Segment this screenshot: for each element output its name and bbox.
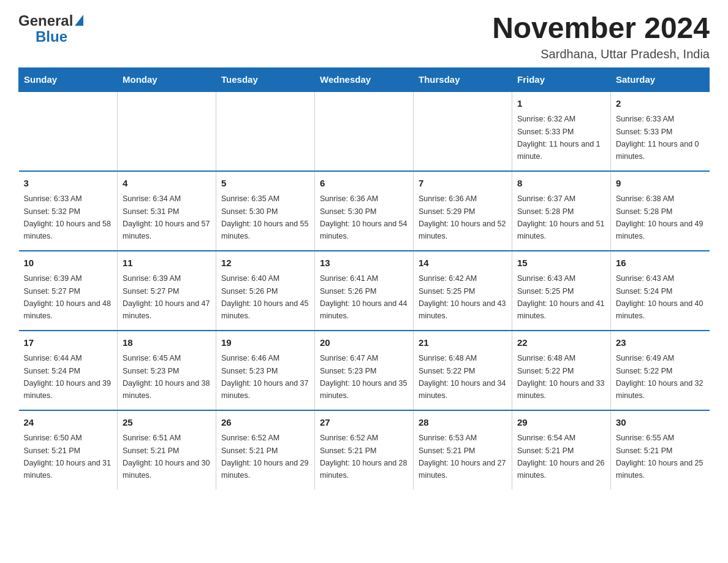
day-number: 4 bbox=[123, 177, 211, 191]
day-info: Sunrise: 6:44 AM Sunset: 5:24 PM Dayligh… bbox=[24, 354, 111, 400]
day-number: 5 bbox=[221, 177, 309, 191]
calendar-week-3: 10Sunrise: 6:39 AM Sunset: 5:27 PM Dayli… bbox=[19, 251, 710, 331]
day-info: Sunrise: 6:38 AM Sunset: 5:28 PM Dayligh… bbox=[616, 194, 703, 240]
day-info: Sunrise: 6:36 AM Sunset: 5:30 PM Dayligh… bbox=[320, 194, 407, 240]
day-number: 1 bbox=[517, 97, 605, 111]
day-info: Sunrise: 6:37 AM Sunset: 5:28 PM Dayligh… bbox=[517, 194, 604, 240]
calendar-cell bbox=[19, 91, 118, 171]
day-number: 17 bbox=[24, 336, 113, 350]
day-number: 2 bbox=[616, 97, 705, 111]
calendar-week-4: 17Sunrise: 6:44 AM Sunset: 5:24 PM Dayli… bbox=[19, 331, 710, 410]
day-number: 6 bbox=[320, 177, 408, 191]
day-number: 29 bbox=[517, 416, 605, 430]
day-info: Sunrise: 6:54 AM Sunset: 5:21 PM Dayligh… bbox=[517, 434, 604, 480]
day-info: Sunrise: 6:34 AM Sunset: 5:31 PM Dayligh… bbox=[123, 194, 210, 240]
day-info: Sunrise: 6:33 AM Sunset: 5:32 PM Dayligh… bbox=[24, 194, 111, 240]
calendar-cell: 17Sunrise: 6:44 AM Sunset: 5:24 PM Dayli… bbox=[19, 331, 118, 410]
day-info: Sunrise: 6:32 AM Sunset: 5:33 PM Dayligh… bbox=[517, 115, 601, 161]
day-info: Sunrise: 6:50 AM Sunset: 5:21 PM Dayligh… bbox=[24, 434, 111, 480]
calendar-table: SundayMondayTuesdayWednesdayThursdayFrid… bbox=[18, 67, 710, 489]
day-info: Sunrise: 6:47 AM Sunset: 5:23 PM Dayligh… bbox=[320, 354, 407, 400]
day-number: 22 bbox=[517, 336, 605, 350]
day-number: 9 bbox=[616, 177, 705, 191]
day-info: Sunrise: 6:43 AM Sunset: 5:25 PM Dayligh… bbox=[517, 274, 604, 320]
day-number: 14 bbox=[419, 256, 507, 270]
day-info: Sunrise: 6:43 AM Sunset: 5:24 PM Dayligh… bbox=[616, 274, 703, 320]
day-of-week-friday: Friday bbox=[512, 67, 611, 91]
day-info: Sunrise: 6:53 AM Sunset: 5:21 PM Dayligh… bbox=[419, 434, 506, 480]
calendar-body: 1Sunrise: 6:32 AM Sunset: 5:33 PM Daylig… bbox=[19, 91, 710, 489]
calendar-week-2: 3Sunrise: 6:33 AM Sunset: 5:32 PM Daylig… bbox=[19, 171, 710, 251]
day-info: Sunrise: 6:48 AM Sunset: 5:22 PM Dayligh… bbox=[419, 354, 506, 400]
calendar-cell: 11Sunrise: 6:39 AM Sunset: 5:27 PM Dayli… bbox=[118, 251, 216, 331]
day-number: 18 bbox=[123, 336, 211, 350]
day-number: 12 bbox=[221, 256, 309, 270]
calendar-cell: 2Sunrise: 6:33 AM Sunset: 5:33 PM Daylig… bbox=[611, 91, 710, 171]
calendar-cell: 5Sunrise: 6:35 AM Sunset: 5:30 PM Daylig… bbox=[216, 171, 315, 251]
calendar-cell: 4Sunrise: 6:34 AM Sunset: 5:31 PM Daylig… bbox=[118, 171, 216, 251]
day-number: 23 bbox=[616, 336, 705, 350]
calendar-cell bbox=[414, 91, 512, 171]
day-number: 28 bbox=[419, 416, 507, 430]
calendar-week-1: 1Sunrise: 6:32 AM Sunset: 5:33 PM Daylig… bbox=[19, 91, 710, 171]
calendar-cell bbox=[315, 91, 414, 171]
day-info: Sunrise: 6:55 AM Sunset: 5:21 PM Dayligh… bbox=[616, 434, 703, 480]
calendar-cell: 3Sunrise: 6:33 AM Sunset: 5:32 PM Daylig… bbox=[19, 171, 118, 251]
calendar-cell bbox=[216, 91, 315, 171]
day-info: Sunrise: 6:35 AM Sunset: 5:30 PM Dayligh… bbox=[221, 194, 308, 240]
calendar-cell bbox=[118, 91, 216, 171]
day-info: Sunrise: 6:42 AM Sunset: 5:25 PM Dayligh… bbox=[419, 274, 506, 320]
day-info: Sunrise: 6:45 AM Sunset: 5:23 PM Dayligh… bbox=[123, 354, 210, 400]
calendar-cell: 10Sunrise: 6:39 AM Sunset: 5:27 PM Dayli… bbox=[19, 251, 118, 331]
calendar-cell: 1Sunrise: 6:32 AM Sunset: 5:33 PM Daylig… bbox=[512, 91, 611, 171]
logo-general: General bbox=[18, 12, 73, 29]
day-number: 21 bbox=[419, 336, 507, 350]
day-number: 27 bbox=[320, 416, 408, 430]
day-of-week-monday: Monday bbox=[118, 67, 216, 91]
logo-blue: Blue bbox=[36, 28, 67, 45]
day-info: Sunrise: 6:36 AM Sunset: 5:29 PM Dayligh… bbox=[419, 194, 506, 240]
day-number: 15 bbox=[517, 256, 605, 270]
day-info: Sunrise: 6:33 AM Sunset: 5:33 PM Dayligh… bbox=[616, 115, 699, 161]
calendar-cell: 23Sunrise: 6:49 AM Sunset: 5:22 PM Dayli… bbox=[611, 331, 710, 410]
calendar-cell: 20Sunrise: 6:47 AM Sunset: 5:23 PM Dayli… bbox=[315, 331, 414, 410]
day-info: Sunrise: 6:48 AM Sunset: 5:22 PM Dayligh… bbox=[517, 354, 604, 400]
calendar-cell: 21Sunrise: 6:48 AM Sunset: 5:22 PM Dayli… bbox=[414, 331, 512, 410]
day-info: Sunrise: 6:51 AM Sunset: 5:21 PM Dayligh… bbox=[123, 434, 210, 480]
day-number: 24 bbox=[24, 416, 113, 430]
day-info: Sunrise: 6:46 AM Sunset: 5:23 PM Dayligh… bbox=[221, 354, 308, 400]
day-number: 26 bbox=[221, 416, 309, 430]
calendar-cell: 24Sunrise: 6:50 AM Sunset: 5:21 PM Dayli… bbox=[19, 410, 118, 489]
calendar-cell: 8Sunrise: 6:37 AM Sunset: 5:28 PM Daylig… bbox=[512, 171, 611, 251]
calendar-cell: 30Sunrise: 6:55 AM Sunset: 5:21 PM Dayli… bbox=[611, 410, 710, 489]
day-number: 25 bbox=[123, 416, 211, 430]
calendar-cell: 16Sunrise: 6:43 AM Sunset: 5:24 PM Dayli… bbox=[611, 251, 710, 331]
calendar-cell: 25Sunrise: 6:51 AM Sunset: 5:21 PM Dayli… bbox=[118, 410, 216, 489]
day-number: 30 bbox=[616, 416, 705, 430]
days-of-week-row: SundayMondayTuesdayWednesdayThursdayFrid… bbox=[19, 67, 710, 91]
day-of-week-thursday: Thursday bbox=[414, 67, 512, 91]
calendar-cell: 14Sunrise: 6:42 AM Sunset: 5:25 PM Dayli… bbox=[414, 251, 512, 331]
calendar-cell: 27Sunrise: 6:52 AM Sunset: 5:21 PM Dayli… bbox=[315, 410, 414, 489]
calendar-cell: 6Sunrise: 6:36 AM Sunset: 5:30 PM Daylig… bbox=[315, 171, 414, 251]
day-number: 20 bbox=[320, 336, 408, 350]
calendar-header: SundayMondayTuesdayWednesdayThursdayFrid… bbox=[19, 67, 710, 91]
day-info: Sunrise: 6:41 AM Sunset: 5:26 PM Dayligh… bbox=[320, 274, 407, 320]
day-of-week-tuesday: Tuesday bbox=[216, 67, 315, 91]
day-of-week-saturday: Saturday bbox=[611, 67, 710, 91]
calendar-cell: 26Sunrise: 6:52 AM Sunset: 5:21 PM Dayli… bbox=[216, 410, 315, 489]
title-section: November 2024 Sardhana, Uttar Pradesh, I… bbox=[492, 12, 710, 61]
calendar-week-5: 24Sunrise: 6:50 AM Sunset: 5:21 PM Dayli… bbox=[19, 410, 710, 489]
day-info: Sunrise: 6:40 AM Sunset: 5:26 PM Dayligh… bbox=[221, 274, 308, 320]
calendar-cell: 18Sunrise: 6:45 AM Sunset: 5:23 PM Dayli… bbox=[118, 331, 216, 410]
day-number: 19 bbox=[221, 336, 309, 350]
page-title: November 2024 bbox=[492, 12, 710, 45]
day-info: Sunrise: 6:39 AM Sunset: 5:27 PM Dayligh… bbox=[24, 274, 111, 320]
calendar-cell: 7Sunrise: 6:36 AM Sunset: 5:29 PM Daylig… bbox=[414, 171, 512, 251]
day-info: Sunrise: 6:52 AM Sunset: 5:21 PM Dayligh… bbox=[320, 434, 407, 480]
calendar-cell: 15Sunrise: 6:43 AM Sunset: 5:25 PM Dayli… bbox=[512, 251, 611, 331]
logo: General Blue bbox=[18, 12, 83, 45]
day-info: Sunrise: 6:49 AM Sunset: 5:22 PM Dayligh… bbox=[616, 354, 703, 400]
calendar-cell: 29Sunrise: 6:54 AM Sunset: 5:21 PM Dayli… bbox=[512, 410, 611, 489]
subtitle: Sardhana, Uttar Pradesh, India bbox=[492, 47, 710, 61]
